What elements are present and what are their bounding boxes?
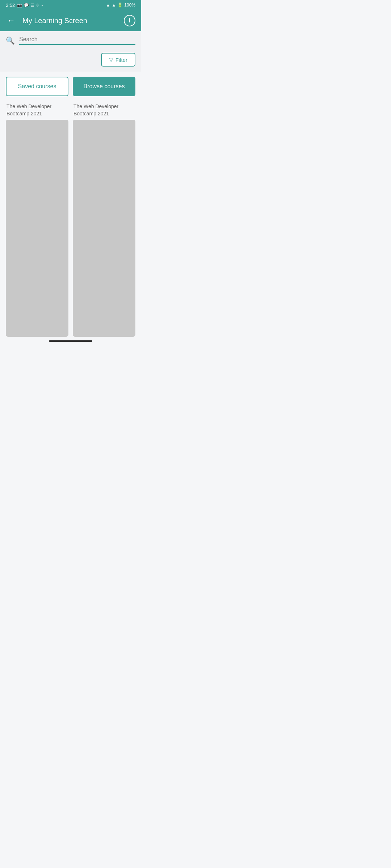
tab-saved-label: Saved courses <box>18 83 56 89</box>
course-title-2: The Web Developer Bootcamp 2021 <box>73 103 135 118</box>
filter-row: ▽ Filter <box>0 50 141 72</box>
tabs-row: Saved courses Browse courses <box>0 72 141 101</box>
info-icon: i <box>129 17 130 24</box>
tab-browse-label: Browse courses <box>84 83 125 89</box>
search-bar: 🔍 <box>0 31 141 50</box>
status-time-area: 2:52 📷 💬 ☰ ✈ • <box>6 3 43 8</box>
filter-icon: ▽ <box>109 56 113 63</box>
search-input[interactable] <box>19 36 135 45</box>
status-time: 2:52 <box>6 3 15 8</box>
signal-icon: ▲ <box>112 3 116 8</box>
filter-button[interactable]: ▽ Filter <box>101 53 135 67</box>
tab-browse-courses[interactable]: Browse courses <box>73 77 135 96</box>
app-bar: ← My Learning Screen i <box>0 10 141 31</box>
home-indicator <box>49 340 92 342</box>
search-icon: 🔍 <box>6 36 15 45</box>
page-title: My Learning Screen <box>22 17 118 25</box>
course-title-1: The Web Developer Bootcamp 2021 <box>6 103 68 118</box>
back-icon: ← <box>7 16 15 25</box>
status-bar: 2:52 📷 💬 ☰ ✈ • ▲ ▲ 🔋 100% <box>0 0 141 10</box>
course-image-1 <box>6 120 68 337</box>
back-button[interactable]: ← <box>6 14 17 27</box>
battery-level: 100% <box>124 3 135 8</box>
info-button[interactable]: i <box>124 15 135 26</box>
course-titles-row: The Web Developer Bootcamp 2021 The Web … <box>6 101 135 120</box>
wifi-icon: ▲ <box>106 3 110 8</box>
notification-icons: 📷 💬 ☰ ✈ • <box>17 3 43 8</box>
bottom-indicator <box>0 337 141 345</box>
course-images-row <box>6 120 135 337</box>
course-image-2 <box>73 120 135 337</box>
filter-label: Filter <box>115 57 127 63</box>
courses-area: The Web Developer Bootcamp 2021 The Web … <box>0 101 141 337</box>
tab-saved-courses[interactable]: Saved courses <box>6 77 68 96</box>
status-right-area: ▲ ▲ 🔋 100% <box>106 3 135 8</box>
battery-icon: 🔋 <box>117 3 123 8</box>
